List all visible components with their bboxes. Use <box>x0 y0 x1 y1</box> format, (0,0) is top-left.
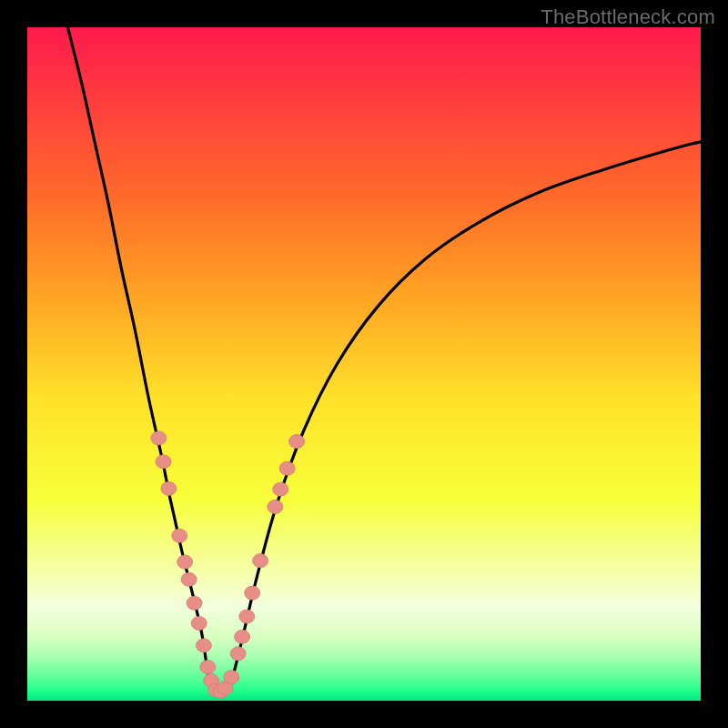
marker-dot <box>289 435 305 449</box>
marker-dot <box>279 461 295 475</box>
curve-layer <box>27 27 701 701</box>
marker-dot <box>224 671 239 684</box>
marker-dot <box>177 555 193 569</box>
marker-dot <box>151 431 167 445</box>
plot-area <box>27 27 701 701</box>
marker-dot <box>235 630 250 643</box>
marker-group <box>151 431 305 698</box>
marker-dot <box>230 647 246 661</box>
marker-dot <box>239 610 255 623</box>
outer-frame: TheBottleneck.com <box>0 0 728 728</box>
marker-dot <box>273 482 288 496</box>
marker-dot <box>196 639 211 652</box>
marker-dot <box>187 596 202 610</box>
bottleneck-curve <box>67 27 701 693</box>
marker-dot <box>191 616 207 630</box>
marker-dot <box>200 661 216 674</box>
marker-dot <box>245 586 260 600</box>
watermark-text: TheBottleneck.com <box>541 5 715 29</box>
marker-dot <box>161 481 177 495</box>
marker-dot <box>172 529 187 542</box>
marker-dot <box>268 500 283 513</box>
marker-dot <box>253 554 268 568</box>
marker-dot <box>156 455 171 469</box>
marker-dot <box>181 572 197 586</box>
